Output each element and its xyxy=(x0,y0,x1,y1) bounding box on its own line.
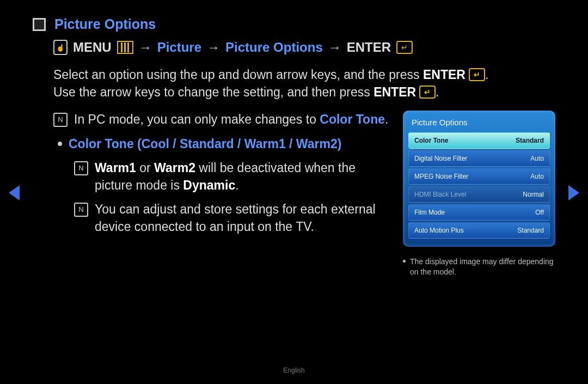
note-pc-mode: In PC mode, you can only make changes to… xyxy=(74,111,388,128)
desc-line1-pre: Select an option using the up and down a… xyxy=(53,68,423,82)
enter-icon: ↵ xyxy=(419,86,436,99)
osd-item[interactable]: Auto Motion PlusStandard xyxy=(408,222,550,239)
breadcrumb-picture: Picture xyxy=(157,40,201,55)
osd-item-label: Color Tone xyxy=(414,137,448,144)
panel-footnote: The displayed image may differ depending… xyxy=(403,257,555,277)
osd-item[interactable]: Film ModeOff xyxy=(408,204,550,221)
content-left: N In PC mode, you can only make changes … xyxy=(53,111,392,242)
osd-item[interactable]: Color ToneStandard xyxy=(408,132,550,149)
page-title: Picture Options xyxy=(54,16,156,32)
osd-item-label: Film Mode xyxy=(414,209,445,216)
subnote-warm1: Warm1 xyxy=(95,161,136,175)
footer-language: English xyxy=(0,367,588,374)
breadcrumb-enter: ENTER xyxy=(347,40,391,55)
note-pc-highlight: Color Tone xyxy=(320,112,385,126)
note-icon: N xyxy=(74,161,88,175)
breadcrumb-menu: MENU xyxy=(73,40,112,55)
bullet-icon xyxy=(58,142,62,146)
osd-item-value: Normal xyxy=(523,191,544,198)
subnote-mid1: or xyxy=(136,161,154,175)
note-icon: N xyxy=(53,113,68,127)
desc-line1-post: . xyxy=(485,68,488,82)
bullet-color-tone: Color Tone (Cool / Standard / Warm1 / Wa… xyxy=(69,135,341,153)
subnote-post: . xyxy=(235,178,238,192)
osd-item-label: HDMI Black Level xyxy=(414,191,466,198)
breadcrumb-picture-options: Picture Options xyxy=(225,40,323,55)
osd-title: Picture Options xyxy=(408,116,550,132)
description-text: Select an option using the up and down a… xyxy=(53,66,555,101)
osd-item[interactable]: MPEG Noise FilterAuto xyxy=(408,168,550,185)
note-pc-pre: In PC mode, you can only make changes to xyxy=(74,112,320,126)
subnote-adjust: You can adjust and store settings for ea… xyxy=(95,200,392,235)
osd-item-value: Standard xyxy=(516,137,544,144)
menu-icon xyxy=(117,41,133,54)
osd-item-value: Auto xyxy=(530,173,544,180)
bullet-icon xyxy=(403,260,406,263)
note-pc-post: . xyxy=(385,112,388,126)
osd-item-label: Auto Motion Plus xyxy=(414,227,464,234)
note-icon: N xyxy=(74,203,88,217)
breadcrumb-arrow: → xyxy=(328,40,341,55)
subnote-dynamic: Dynamic xyxy=(183,178,235,192)
enter-icon: ↵ xyxy=(469,68,485,81)
desc-line2-pre: Use the arrow keys to change the setting… xyxy=(53,85,373,99)
osd-item-value: Off xyxy=(535,209,544,216)
osd-panel: Picture Options Color ToneStandardDigita… xyxy=(403,111,555,277)
enter-icon: ↵ xyxy=(396,41,413,54)
desc-line1-bold: ENTER xyxy=(423,66,465,83)
panel-footnote-text: The displayed image may differ depending… xyxy=(410,257,555,277)
osd-item-label: Digital Noise Filter xyxy=(414,155,467,162)
breadcrumb: ☝ MENU → Picture → Picture Options → ENT… xyxy=(53,40,555,55)
osd-item-value: Standard xyxy=(517,227,544,234)
breadcrumb-arrow: → xyxy=(139,40,152,55)
subnote-warm2: Warm2 xyxy=(154,161,195,175)
osd-item[interactable]: HDMI Black LevelNormal xyxy=(408,186,550,203)
hand-icon: ☝ xyxy=(53,40,68,55)
osd-item-label: MPEG Noise Filter xyxy=(414,173,468,180)
osd-item-value: Auto xyxy=(530,155,544,162)
desc-line2-bold: ENTER xyxy=(373,83,416,101)
section-marker-icon xyxy=(33,18,46,31)
osd-item[interactable]: Digital Noise FilterAuto xyxy=(408,150,550,167)
desc-line2-post: . xyxy=(436,85,439,99)
nav-prev-icon[interactable] xyxy=(9,185,20,200)
subnote-warm: Warm1 or Warm2 will be deactivated when … xyxy=(95,159,392,194)
breadcrumb-arrow: → xyxy=(207,40,220,55)
nav-next-icon[interactable] xyxy=(568,185,579,200)
